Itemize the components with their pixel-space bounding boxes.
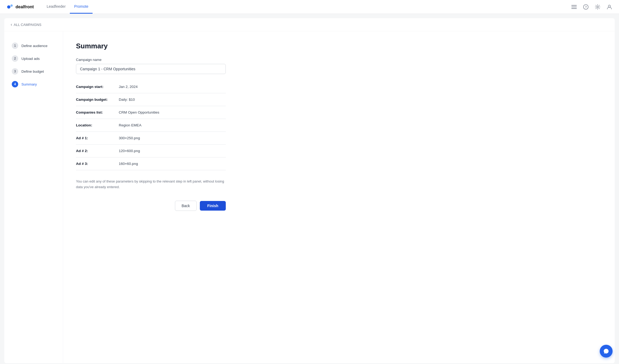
- footer-actions: Back Finish: [76, 201, 226, 217]
- summary-val-budget: Daily: $10: [119, 98, 135, 102]
- summary-val-location: Region EMEA: [119, 123, 142, 127]
- campaign-name-input[interactable]: [76, 64, 226, 74]
- step-badge-2: 2: [12, 55, 18, 62]
- svg-rect-2: [571, 5, 577, 6]
- info-text: You can edit any of these parameters by …: [76, 179, 226, 190]
- header: dealfront Leadfeeder Promote ?: [0, 0, 619, 14]
- step-label-4: Summary: [21, 82, 37, 86]
- finish-button[interactable]: Finish: [200, 201, 226, 211]
- summary-key-ad3: Ad # 3:: [76, 162, 119, 166]
- svg-point-8: [608, 5, 610, 7]
- settings-icon[interactable]: [594, 4, 601, 10]
- summary-key-budget: Campaign budget:: [76, 98, 119, 102]
- nav-promote[interactable]: Promote: [70, 0, 93, 14]
- summary-key-start: Campaign start:: [76, 85, 119, 89]
- campaign-name-label: Campaign name: [76, 58, 280, 62]
- summary-val-ad2: 120×600.png: [119, 149, 140, 153]
- logo[interactable]: dealfront: [6, 3, 34, 11]
- summary-row-budget: Campaign budget: Daily: $10: [76, 93, 226, 106]
- step-label-3: Define budget: [21, 69, 44, 73]
- svg-point-7: [597, 6, 598, 8]
- breadcrumb-bar: ‹ ALL CAMPAIGNS: [4, 18, 615, 31]
- sidebar-item-define-audience[interactable]: 1 Define audience: [9, 40, 59, 52]
- step-label-2: Upload ads: [21, 57, 40, 61]
- svg-text:?: ?: [585, 5, 587, 9]
- step-badge-1: 1: [12, 42, 18, 49]
- main-wrapper: ‹ ALL CAMPAIGNS 1 Define audience 2 Uplo…: [0, 14, 619, 364]
- sidebar-item-upload-ads[interactable]: 2 Upload ads: [9, 53, 59, 64]
- summary-table: Campaign start: Jan 2, 2024 Campaign bud…: [76, 80, 226, 170]
- summary-key-location: Location:: [76, 123, 119, 127]
- main-nav: Leadfeeder Promote: [42, 0, 93, 14]
- back-button[interactable]: Back: [175, 201, 197, 211]
- page-title: Summary: [76, 42, 280, 50]
- summary-key-ad2: Ad # 2:: [76, 149, 119, 153]
- step-label-1: Define audience: [21, 44, 48, 48]
- user-icon[interactable]: [606, 4, 613, 10]
- summary-row-ad2: Ad # 2: 120×600.png: [76, 145, 226, 157]
- summary-row-location: Location: Region EMEA: [76, 119, 226, 132]
- summary-val-ad3: 160×60.png: [119, 162, 138, 166]
- content-card: ‹ ALL CAMPAIGNS 1 Define audience 2 Uplo…: [4, 18, 615, 363]
- breadcrumb-label: ALL CAMPAIGNS: [14, 23, 41, 27]
- page-layout: 1 Define audience 2 Upload ads 3 Define …: [4, 31, 615, 363]
- summary-key-companies: Companies list:: [76, 110, 119, 114]
- sidebar-item-define-budget[interactable]: 3 Define budget: [9, 65, 59, 77]
- svg-point-0: [7, 5, 10, 8]
- svg-rect-4: [571, 8, 577, 9]
- summary-row-start: Campaign start: Jan 2, 2024: [76, 80, 226, 93]
- svg-point-1: [10, 4, 13, 7]
- summary-val-start: Jan 2, 2024: [119, 85, 138, 89]
- summary-val-ad1: 300×250.png: [119, 136, 140, 140]
- summary-key-ad1: Ad # 1:: [76, 136, 119, 140]
- step-badge-3: 3: [12, 68, 18, 75]
- campaign-name-field-group: Campaign name: [76, 58, 280, 74]
- back-to-campaigns[interactable]: ‹ ALL CAMPAIGNS: [11, 22, 41, 27]
- summary-row-companies: Companies list: CRM Open Opportunities: [76, 106, 226, 119]
- nav-leadfeeder[interactable]: Leadfeeder: [42, 0, 70, 14]
- chat-bubble[interactable]: [600, 345, 613, 358]
- help-icon[interactable]: ?: [583, 4, 589, 10]
- summary-row-ad3: Ad # 3: 160×60.png: [76, 157, 226, 170]
- chevron-left-icon: ‹: [11, 22, 12, 27]
- summary-row-ad1: Ad # 1: 300×250.png: [76, 132, 226, 145]
- header-actions: ?: [571, 4, 613, 10]
- sidebar-item-summary[interactable]: 4 Summary: [9, 78, 59, 90]
- step-badge-4: 4: [12, 81, 18, 87]
- sidebar: 1 Define audience 2 Upload ads 3 Define …: [4, 31, 63, 363]
- menu-icon[interactable]: [571, 4, 577, 10]
- summary-val-companies: CRM Open Opportunities: [119, 110, 159, 114]
- form-area: Summary Campaign name Campaign start: Ja…: [63, 31, 293, 363]
- svg-rect-3: [571, 7, 577, 7]
- logo-text: dealfront: [16, 5, 34, 9]
